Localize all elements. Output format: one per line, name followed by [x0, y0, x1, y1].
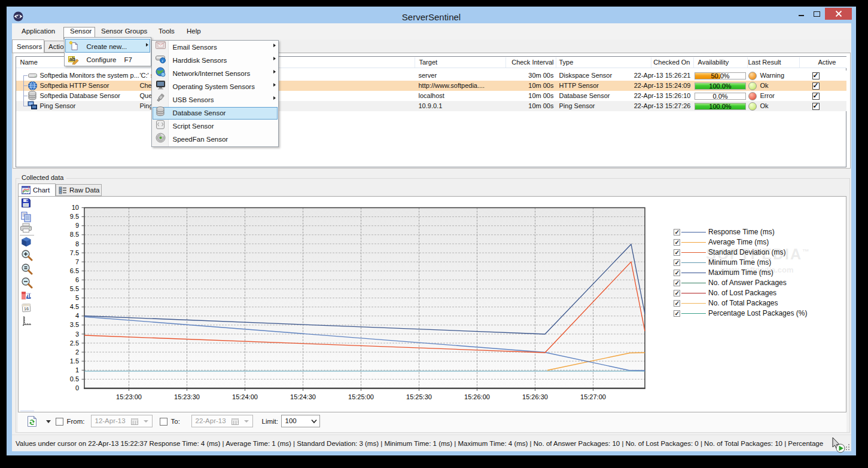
svg-text:2.5: 2.5 [70, 339, 79, 347]
svg-text:3: 3 [75, 331, 79, 338]
svg-text:7.5: 7.5 [70, 249, 79, 256]
svg-text:5.5: 5.5 [70, 285, 79, 292]
svg-text:7: 7 [75, 258, 79, 265]
svg-text:15:25:00: 15:25:00 [348, 393, 374, 400]
svg-text:8: 8 [75, 240, 79, 247]
svg-text:4: 4 [75, 312, 79, 319]
svg-text:9.5: 9.5 [70, 213, 79, 220]
svg-text:i: i [162, 59, 163, 63]
svg-text:1.5: 1.5 [70, 357, 79, 365]
svg-text:15:26:00: 15:26:00 [464, 393, 490, 400]
svg-text:3.5: 3.5 [70, 321, 79, 328]
svg-text:6.5: 6.5 [70, 267, 79, 274]
svg-text:0: 0 [75, 384, 79, 391]
svg-text:15:23:30: 15:23:30 [174, 393, 200, 400]
svg-text:1: 1 [75, 366, 79, 374]
svg-text:6: 6 [75, 276, 79, 283]
svg-text:2: 2 [75, 348, 79, 356]
svg-text:15:26:30: 15:26:30 [522, 393, 548, 400]
svg-text:16: 16 [24, 307, 29, 311]
svg-text:4.5: 4.5 [70, 303, 79, 310]
svg-text:10: 10 [72, 204, 79, 211]
svg-text:15:23:00: 15:23:00 [116, 393, 142, 400]
svg-text:0.5: 0.5 [70, 375, 79, 383]
svg-text:15:27:00: 15:27:00 [580, 393, 606, 400]
svg-text:5: 5 [75, 294, 79, 301]
svg-text:15:25:30: 15:25:30 [406, 393, 432, 400]
svg-text:9: 9 [75, 222, 79, 229]
svg-text:15:24:00: 15:24:00 [232, 393, 258, 400]
svg-text:15:24:30: 15:24:30 [290, 393, 316, 400]
svg-text:8.5: 8.5 [70, 231, 79, 238]
